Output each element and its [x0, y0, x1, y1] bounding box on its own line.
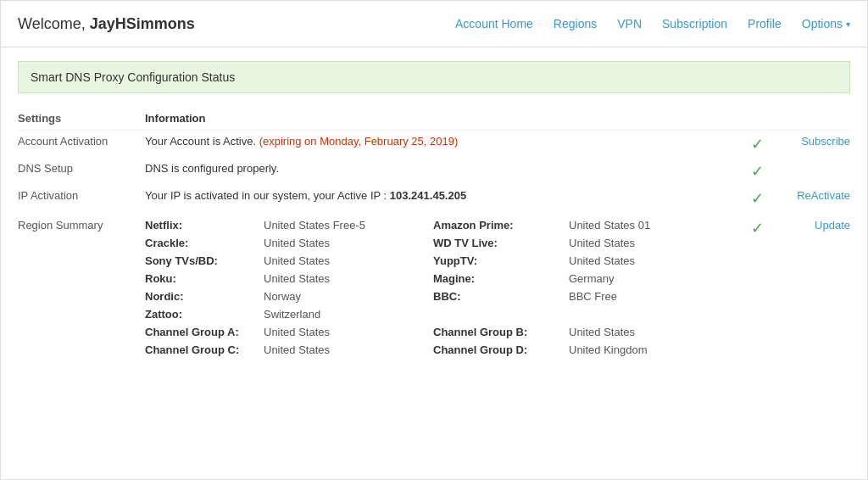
region-label-bbc: BBC:	[433, 290, 569, 303]
region-label-chgroup-a: Channel Group A:	[145, 326, 264, 338]
reactivate-link[interactable]: ReActivate	[797, 189, 850, 202]
row-ip-activation: IP Activation Your IP is activated in ou…	[18, 185, 850, 212]
region-value-roku: United States	[264, 272, 433, 285]
region-value-magine: Germany	[569, 272, 738, 285]
region-value-sony: United States	[264, 254, 433, 267]
region-value-netflix: United States Free-5	[264, 219, 433, 232]
region-label-chgroup-d: Channel Group D:	[433, 343, 569, 356]
region-row-5: Zattoo: Switzerland	[145, 305, 740, 323]
main-content: Smart DNS Proxy Configuration Status Set…	[1, 47, 867, 377]
info-region: Netflix: United States Free-5 Amazon Pri…	[145, 212, 740, 363]
settings-label-account: Account Activation	[18, 131, 145, 159]
nav-options[interactable]: Options ▾	[802, 17, 850, 31]
region-label-magine: Magine:	[433, 272, 569, 285]
region-row-2: Sony TVs/BD: United States YuppTV: Unite…	[145, 252, 740, 270]
region-row-6: Channel Group A: United States Channel G…	[145, 323, 740, 341]
update-link[interactable]: Update	[815, 219, 850, 232]
col-header-information: Information	[145, 107, 850, 131]
settings-label-region: Region Summary	[18, 212, 145, 363]
region-value-chgroup-c: United States	[264, 343, 433, 356]
region-label-crackle: Crackle:	[145, 237, 264, 249]
region-value-chgroup-d: United Kingdom	[569, 343, 738, 356]
section-title: Smart DNS Proxy Configuration Status	[18, 61, 850, 93]
nav-vpn[interactable]: VPN	[617, 17, 642, 31]
region-row-0: Netflix: United States Free-5 Amazon Pri…	[145, 216, 740, 234]
settings-label-dns: DNS Setup	[18, 158, 145, 185]
action-ip: ReActivate	[774, 185, 850, 212]
main-nav: Account Home Regions VPN Subscription Pr…	[455, 17, 850, 31]
region-value-yupptv: United States	[569, 254, 738, 267]
region-value-zattoo: Switzerland	[264, 308, 433, 321]
action-dns	[774, 158, 850, 185]
check-icon: ✓	[751, 220, 764, 237]
expiring-text: (expiring on Monday, February 25, 2019)	[259, 135, 459, 148]
region-row-1: Crackle: United States WD TV Live: Unite…	[145, 234, 740, 252]
action-account: Subscribe	[774, 131, 850, 159]
region-value-wdtv: United States	[569, 237, 738, 249]
col-header-settings: Settings	[18, 107, 145, 131]
header: Welcome, JayHSimmons Account Home Region…	[1, 1, 867, 47]
region-label-yupptv: YuppTV:	[433, 254, 569, 267]
info-plain-account: Your Account is Active.	[145, 135, 259, 148]
info-account: Your Account is Active. (expiring on Mon…	[145, 131, 740, 159]
check-icon: ✓	[751, 163, 764, 180]
nav-account-home[interactable]: Account Home	[455, 17, 533, 31]
check-icon: ✓	[751, 136, 764, 153]
row-region-summary: Region Summary Netflix: United States Fr…	[18, 212, 850, 363]
region-label-wdtv: WD TV Live:	[433, 237, 569, 249]
region-value-crackle: United States	[264, 237, 433, 249]
region-label-amazon: Amazon Prime:	[433, 219, 569, 232]
check-region: ✓	[740, 212, 774, 363]
region-value-bbc: BBC Free	[569, 290, 738, 303]
region-value-nordic: Norway	[264, 290, 433, 303]
nav-regions[interactable]: Regions	[554, 17, 597, 31]
region-label-sony: Sony TVs/BD:	[145, 254, 264, 267]
check-account: ✓	[740, 131, 774, 159]
region-value-chgroup-a: United States	[264, 326, 433, 338]
region-value-chgroup-b: United States	[569, 326, 738, 338]
action-region: Update	[774, 212, 850, 363]
settings-label-ip: IP Activation	[18, 185, 145, 212]
region-row-3: Roku: United States Magine: Germany	[145, 270, 740, 287]
region-row-4: Nordic: Norway BBC: BBC Free	[145, 287, 740, 305]
active-ip: 103.241.45.205	[390, 189, 466, 202]
region-row-7: Channel Group C: United States Channel G…	[145, 341, 740, 359]
region-label-roku: Roku:	[145, 272, 264, 285]
region-label-chgroup-c: Channel Group C:	[145, 343, 264, 356]
info-ip: Your IP is activated in our system, your…	[145, 185, 740, 212]
check-icon: ✓	[751, 190, 764, 207]
region-value-amazon: United States 01	[569, 219, 738, 232]
check-ip: ✓	[740, 185, 774, 212]
username: JayHSimmons	[90, 15, 195, 32]
status-table: Settings Information Account Activation …	[18, 107, 850, 363]
nav-options-label: Options	[802, 17, 843, 31]
info-dns: DNS is configured properly.	[145, 158, 740, 185]
region-label-nordic: Nordic:	[145, 290, 264, 303]
nav-subscription[interactable]: Subscription	[662, 17, 727, 31]
nav-profile[interactable]: Profile	[748, 17, 782, 31]
region-label-chgroup-b: Channel Group B:	[433, 326, 569, 338]
subscribe-link[interactable]: Subscribe	[801, 135, 850, 148]
check-dns: ✓	[740, 158, 774, 185]
row-dns-setup: DNS Setup DNS is configured properly. ✓	[18, 158, 850, 185]
chevron-down-icon: ▾	[846, 20, 850, 29]
region-label-zattoo: Zattoo:	[145, 308, 264, 321]
welcome-prefix: Welcome,	[18, 15, 90, 32]
welcome-message: Welcome, JayHSimmons	[18, 15, 455, 33]
region-label-netflix: Netflix:	[145, 219, 264, 232]
row-account-activation: Account Activation Your Account is Activ…	[18, 131, 850, 159]
